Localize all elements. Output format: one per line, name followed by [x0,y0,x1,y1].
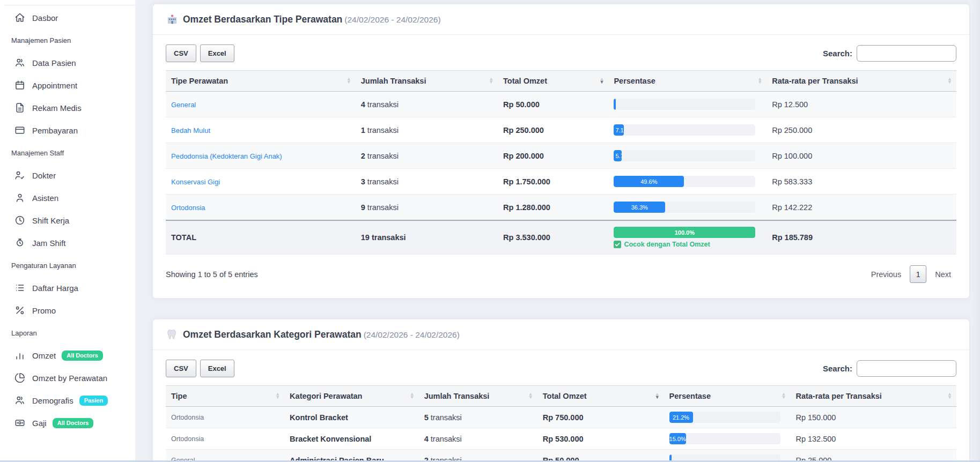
sidebar-item-appointment[interactable]: Appointment [0,74,135,96]
table2-column-header-6[interactable]: Rata-rata per Transaksi▲▼ [790,386,956,407]
tooth-icon [166,329,178,340]
omzet-kategori-table: Tipe▲▼Kategori Perawatan▲▼Jumlah Transak… [166,385,956,462]
table2-column-header-4[interactable]: Total Omzet▲▼ [537,386,664,407]
percentage-bar-fill: 49.6% [614,176,684,187]
sort-arrows-icon: ▲▼ [410,393,415,399]
sidebar-item-demografis[interactable]: DemografisPasien [0,389,135,412]
table-row: Konservasi Gigi3 transaksiRp 1.750.00049… [166,169,956,195]
badge-pasien: Pasien [79,396,108,406]
jumlah-transaksi-cell: 4 transaksi [356,92,498,117]
sidebar-item-jam-shift[interactable]: Jam Shift [0,232,135,254]
sidebar-item-pembayaran[interactable]: Pembayaran [0,119,135,141]
sidebar-item-dasbor[interactable]: Dasbor [0,6,135,29]
sidebar-item-gaji[interactable]: GajiAll Doctors [0,412,135,434]
excel-button[interactable]: Excel [200,44,234,62]
transaction-count: 1 [361,126,365,135]
sidebar-item-label: Asisten [32,193,58,203]
total-omzet-cell: Rp 200.000 [498,143,608,169]
previous-button[interactable]: Previous [866,266,907,282]
percentage-label: 15.0% [669,436,686,442]
sidebar-item-daftar-harga[interactable]: Daftar Harga [0,277,135,299]
table1-column-header-4[interactable]: Persentase▲▼ [608,71,767,92]
sidebar-section-manajemen-pasien: Manajemen Pasien [0,29,135,51]
sidebar-item-shift-kerja[interactable]: Shift Kerja [0,209,135,232]
sidebar-item-omzet[interactable]: OmzetAll Doctors [0,344,135,367]
list-icon [14,282,25,293]
table2-header-row: Tipe▲▼Kategori Perawatan▲▼Jumlah Transak… [166,386,956,407]
jumlah-transaksi-cell: 3 transaksi [356,169,498,195]
rata-rata-cell: Rp 583.333 [767,169,956,195]
sidebar-item-data-pasien[interactable]: Data Pasien [0,51,135,74]
pie-chart-icon [14,372,25,383]
table2-column-header-2[interactable]: Kategori Perawatan▲▼ [284,386,419,407]
sidebar-item-label: Omzet by Perawatan [32,374,107,383]
sidebar-section-laporan: Laporan [0,322,135,344]
credit-card-icon [14,125,25,136]
sidebar-item-promo[interactable]: Promo [0,299,135,322]
export-buttons: CSV Excel [166,44,234,62]
treatment-type-link[interactable]: Konservasi Gigi [171,178,220,186]
jumlah-transaksi-cell: 4 transaksi [419,428,537,450]
card-omzet-tipe-header: Omzet Berdasarkan Tipe Perawatan(24/02/2… [153,4,969,35]
treatment-type-link[interactable]: Pedodonsia (Kedokteran Gigi Anak) [171,152,282,160]
next-button[interactable]: Next [930,266,956,282]
tipe-cell: Ortodonsia [166,428,284,450]
sidebar-item-asisten[interactable]: Asisten [0,187,135,209]
section2-title-wrap: Omzet Berdasarkan Kategori Perawatan(24/… [183,329,460,340]
search-input[interactable] [857,45,956,62]
table1-footer: Showing 1 to 5 of 5 entries Previous 1 N… [166,265,956,286]
table1-toolbar: CSV Excel Search: [166,44,956,62]
sort-arrows-icon: ▲▼ [489,78,493,84]
page-title: Omzet Berdasarkan Tipe Perawatan(24/02/2… [183,14,441,25]
sidebar-item-rekam-medis[interactable]: Rekam Medis [0,96,135,119]
table1-column-header-2[interactable]: Jumlah Transaksi▲▼ [356,71,498,92]
table-row: OrtodonsiaKontrol Bracket5 transaksiRp 7… [166,407,956,428]
calendar-icon [14,80,25,91]
table2-column-header-3[interactable]: Jumlah Transaksi▲▼ [419,386,537,407]
percentage-cell: 49.6% [608,169,767,195]
page-scroll-gutter[interactable] [970,0,980,462]
sidebar-item-label: Gaji [32,419,47,428]
rata-rata-cell: Rp 150.000 [790,407,956,428]
banknote-icon [14,418,25,428]
csv-button-2[interactable]: CSV [166,360,196,377]
rata-rata-cell: Rp 250.000 [767,117,956,143]
treatment-type-link[interactable]: Ortodonsia [171,204,205,212]
home-icon [14,12,25,23]
badge-all-doctors: All Doctors [53,418,94,428]
csv-button[interactable]: CSV [166,44,196,62]
rata-rata-cell: Rp 132.500 [790,428,956,450]
sort-arrows-icon: ▲▼ [757,78,762,84]
table1-header-row: Tipe Perawatan▲▼Jumlah Transaksi▲▼Total … [166,71,956,92]
search-input-2[interactable] [857,360,956,377]
sort-arrows-icon: ▲▼ [347,78,351,84]
percentage-bar-track: 7.1% [614,124,755,136]
percentage-cell: 1.4% [608,92,767,117]
table2-column-header-5[interactable]: Persentase▲▼ [664,386,791,407]
percentage-bar-fill: 21.2% [669,412,693,423]
sidebar: DasborManajemen PasienData PasienAppoint… [0,0,135,462]
table1-column-header-5[interactable]: Rata-rata per Transaksi▲▼ [767,71,956,92]
total-omzet-cell: Rp 750.000 [537,407,664,428]
percentage-bar-track: 21.2% [669,412,780,423]
treatment-type-link[interactable]: General [171,101,196,109]
sort-arrows-icon: ▲▼ [947,393,952,399]
sidebar-item-label: Appointment [32,81,77,90]
excel-button-2[interactable]: Excel [200,360,234,377]
percentage-bar-track: 100.0% [614,227,755,238]
sidebar-item-label: Dokter [32,171,56,180]
percentage-bar-track: 49.6% [614,176,755,187]
sidebar-nav: DasborManajemen PasienData PasienAppoint… [0,6,135,434]
page-1-button[interactable]: 1 [910,265,926,283]
section1-title: Omzet Berdasarkan Tipe Perawatan [183,14,342,25]
table1-column-header-3[interactable]: Total Omzet▲▼ [498,71,608,92]
sidebar-item-label: Promo [32,306,56,315]
table1-column-header-1[interactable]: Tipe Perawatan▲▼ [166,71,356,92]
table2-toolbar: CSV Excel Search: [166,360,956,377]
table1-search: Search: [823,45,956,62]
jumlah-transaksi-cell: 2 transaksi [356,143,498,169]
table2-column-header-1[interactable]: Tipe▲▼ [166,386,284,407]
sidebar-item-dokter[interactable]: Dokter [0,164,135,187]
sidebar-item-omzet-by-perawatan[interactable]: Omzet by Perawatan [0,367,135,389]
treatment-type-link[interactable]: Bedah Mulut [171,126,210,135]
